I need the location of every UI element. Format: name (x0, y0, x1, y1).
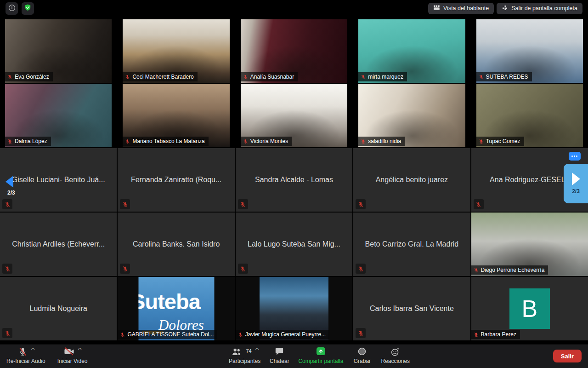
participant-name: Barbara Perez (481, 331, 516, 338)
muted-mic-icon (120, 199, 130, 209)
participant-tile[interactable]: B Barbara Perez (471, 277, 588, 340)
toolbar-item-iniciar-video[interactable]: ^Iniciar Video (57, 347, 88, 364)
participant-tile[interactable]: Tupac Gomez (476, 84, 583, 147)
participant-name: Carlos Ibarra San Vicente (353, 277, 470, 340)
exit-fullscreen-icon (502, 5, 508, 12)
participant-tile[interactable]: SUTEBA REDES (476, 19, 583, 83)
muted-mic-icon (243, 75, 248, 80)
participant-name-tag: Dalma López (5, 137, 51, 146)
top-bar: Vista del hablante Salir de pantalla com… (0, 0, 588, 17)
participant-name: Sandra Alcalde - Lomas (236, 148, 352, 212)
participant-name: Christian Ardiles (Echeverr... (0, 213, 117, 276)
muted-mic-icon (356, 199, 366, 209)
bottom-toolbar: ^Re-Iniciar Audio ^Iniciar Video 74^Part… (0, 344, 588, 368)
participant-name: Analía Suasnabar (250, 74, 294, 80)
avatar: B (509, 288, 550, 329)
mic-muted-icon (18, 347, 28, 356)
chevron-up-icon[interactable]: ^ (255, 347, 259, 352)
participant-tile[interactable]: Lalo Lugo Suteba San Mig... (236, 213, 352, 276)
muted-mic-icon (7, 75, 12, 80)
toolbar-item-label: Chatear (270, 358, 289, 364)
leave-meeting-button[interactable]: Salir (553, 350, 582, 362)
tile-more-options-button[interactable] (569, 152, 581, 161)
share-screen-icon (316, 347, 326, 356)
toolbar-item-participantes[interactable]: 74^Participantes (229, 347, 260, 364)
participant-tile[interactable]: Carlos Ibarra San Vicente (353, 277, 470, 340)
muted-mic-icon (356, 328, 366, 338)
muted-mic-icon (120, 332, 125, 337)
participant-tile[interactable]: Victoria Montes (241, 84, 347, 147)
participant-name-tag: Barbara Perez (471, 330, 520, 339)
info-icon (8, 4, 16, 13)
participant-name: Ceci Macherett Baradero (132, 74, 193, 80)
prev-page-control[interactable]: 2/3 (6, 176, 24, 196)
participant-tile[interactable]: Eva González (5, 19, 112, 83)
toolbar-left-group: ^Re-Iniciar Audio ^Iniciar Video (6, 347, 88, 364)
toolbar-item-grabar[interactable]: Grabar (351, 347, 373, 364)
participant-name-tag: Javier Mugica General Pueyrre... (236, 330, 329, 339)
participant-tile[interactable]: Christian Ardiles (Echeverr... (0, 213, 117, 276)
muted-mic-icon (243, 139, 248, 144)
prev-page-arrow-icon (6, 176, 13, 188)
participant-name: Ludmila Nogueira (0, 277, 117, 340)
participant-name-tag: Diego Perrone Echeverría (471, 265, 548, 275)
participant-tile[interactable]: Ceci Macherett Baradero (123, 19, 229, 83)
security-shield-icon (24, 4, 32, 13)
speaker-view-label: Vista del hablante (443, 5, 489, 12)
topbar-left-group (6, 2, 34, 15)
participant-name: Carolina Banks. San Isidro (118, 213, 234, 276)
participant-name-tag: SUTEBA REDES (476, 72, 532, 81)
page-indicator: 2/3 (6, 190, 15, 196)
exit-fullscreen-label: Salir de pantalla completa (511, 5, 577, 12)
toolbar-item-label: Compartir pantalla (298, 358, 343, 364)
chevron-up-icon[interactable]: ^ (78, 347, 82, 352)
participant-name: Tupac Gomez (486, 138, 520, 144)
participant-tile[interactable]: Ludmila Nogueira (0, 277, 117, 340)
participant-tile[interactable]: Diego Perrone Echeverría (471, 213, 588, 276)
participant-name-tag: mirta marquez (358, 72, 407, 81)
participant-tile[interactable]: Sandra Alcalde - Lomas (236, 148, 352, 212)
participant-tile[interactable]: SutebaDolores GABRIELA TISSONE Suteba Do… (118, 277, 234, 340)
participant-grid: Eva González Ceci Macherett Baradero Ana… (0, 19, 588, 340)
participant-tile[interactable]: Dalma López (5, 84, 112, 147)
participant-name: saladillo nidia (368, 138, 401, 144)
toolbar-item-reacciones[interactable]: Reacciones (381, 347, 410, 364)
participant-tile[interactable]: Mariano Tabasco La Matanza (123, 84, 229, 147)
toolbar-item-label: Grabar (354, 358, 371, 364)
toolbar-item-re-iniciar-audio[interactable]: ^Re-Iniciar Audio (6, 347, 45, 364)
muted-mic-icon (7, 139, 12, 144)
speaker-view-button[interactable]: Vista del hablante (428, 3, 494, 14)
security-button[interactable] (22, 2, 34, 15)
logo-text: Suteba (138, 289, 214, 314)
participant-name: GABRIELA TISSONE Suteba Dol... (127, 331, 214, 338)
video-muted-icon (64, 347, 74, 356)
participant-name: SUTEBA REDES (486, 74, 528, 80)
next-page-arrow-icon (572, 172, 580, 185)
exit-fullscreen-button[interactable]: Salir de pantalla completa (497, 3, 582, 14)
participant-tile[interactable]: saladillo nidia (358, 84, 465, 147)
muted-mic-icon (125, 75, 130, 80)
participant-tile[interactable]: Beto Carrizo Gral. La Madrid (353, 213, 470, 276)
muted-mic-icon (238, 332, 243, 337)
speaker-view-icon (433, 5, 440, 12)
muted-mic-icon (474, 199, 484, 209)
muted-mic-icon (361, 139, 366, 144)
meeting-info-button[interactable] (6, 2, 18, 15)
toolbar-item-compartir-pantalla[interactable]: Compartir pantalla (298, 347, 343, 364)
toolbar-item-label: Re-Iniciar Audio (6, 358, 45, 364)
toolbar-center-group: 74^Participantes Chatear Compartir panta… (229, 347, 410, 364)
muted-mic-icon (474, 268, 479, 273)
toolbar-item-chatear[interactable]: Chatear (269, 347, 290, 364)
participant-name: Mariano Tabasco La Matanza (132, 138, 204, 144)
participant-tile[interactable]: Angélica benito juarez (353, 148, 470, 212)
muted-mic-icon (479, 139, 484, 144)
participant-tile[interactable]: Analía Suasnabar (241, 19, 347, 83)
participant-name-tag: Tupac Gomez (476, 137, 524, 146)
participant-tile[interactable]: mirta marquez (358, 19, 465, 83)
chevron-up-icon[interactable]: ^ (31, 347, 34, 352)
participant-tile[interactable]: Carolina Banks. San Isidro (118, 213, 234, 276)
next-page-control[interactable]: 2/3 (564, 164, 588, 203)
more-dots-icon (571, 155, 573, 157)
participant-tile[interactable]: Fernanda Zaniratto (Roqu... (118, 148, 234, 212)
participant-tile[interactable]: Javier Mugica General Pueyrre... (236, 277, 352, 340)
